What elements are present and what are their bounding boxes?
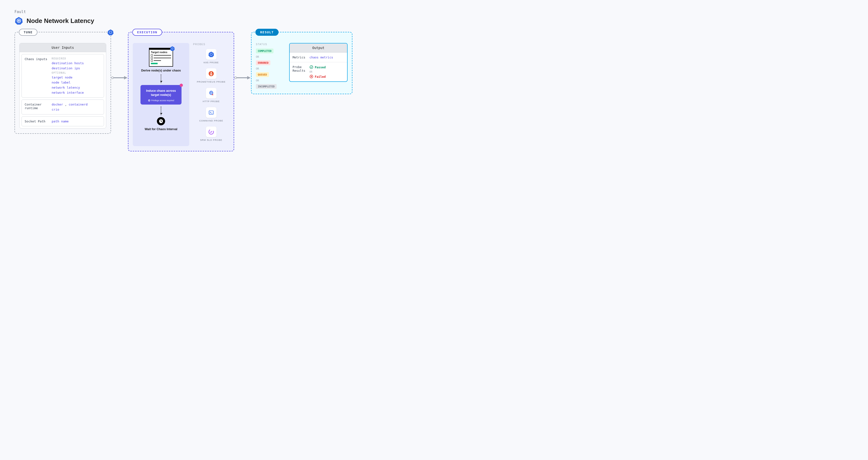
tune-phase: TUNE User Inputs Chaos inputs REQUIRED d… bbox=[14, 32, 111, 134]
probe-http: HTTP PROBE bbox=[193, 88, 229, 103]
svg-point-32 bbox=[310, 66, 313, 69]
probes-column: PROBES K8S PROBE PROMETHEUS PROBE HTTP P… bbox=[193, 43, 229, 146]
terminal-icon bbox=[206, 107, 217, 118]
clock-icon bbox=[157, 117, 165, 125]
output-title: Output bbox=[290, 43, 347, 52]
chaos-cube-icon bbox=[179, 83, 183, 87]
flow-connector bbox=[161, 106, 161, 115]
required-heading: REQUIRED bbox=[52, 57, 101, 60]
svg-marker-21 bbox=[209, 52, 214, 57]
param: network latency bbox=[52, 86, 101, 89]
probe-srm-slo: SRM SLO PROBE bbox=[193, 126, 229, 142]
execution-flow: Target nodes Derive node(s) under chaos … bbox=[133, 43, 189, 146]
svg-point-17 bbox=[149, 100, 150, 101]
derive-step: Derive node(s) under chaos bbox=[141, 68, 181, 72]
status-badge-errored: ERRORED bbox=[256, 60, 270, 65]
metrics-label: Metrics bbox=[292, 56, 309, 59]
page-title: Node Network Latency bbox=[27, 17, 94, 25]
svg-rect-27 bbox=[209, 111, 213, 115]
result-phase: RESULT STATUS COMPLETED OR ERRORED OR QU… bbox=[251, 32, 352, 94]
socket-path-row: Socket Path path name bbox=[22, 116, 104, 126]
or-separator: OR bbox=[256, 79, 285, 82]
flow-connector bbox=[161, 74, 161, 83]
svg-marker-13 bbox=[170, 46, 175, 51]
induce-step-text: Induce chaos across target node(s) bbox=[144, 89, 178, 97]
svg-marker-8 bbox=[107, 29, 114, 35]
induce-chaos-card: Induce chaos across target node(s) Privi… bbox=[141, 85, 182, 104]
flow-arrow bbox=[234, 75, 251, 80]
probe-result-failed: Failed bbox=[309, 74, 344, 79]
param: node label bbox=[52, 81, 101, 84]
panel-title: User Inputs bbox=[20, 43, 106, 52]
socket-path-value: path name bbox=[52, 120, 101, 123]
svg-point-29 bbox=[235, 77, 237, 79]
breadcrumb: Fault bbox=[14, 10, 854, 14]
or-separator: OR bbox=[256, 55, 285, 58]
execution-label: EXECUTION bbox=[132, 29, 162, 36]
tune-label: TUNE bbox=[19, 29, 37, 36]
target-nodes-card: Target nodes bbox=[149, 48, 173, 67]
result-label: RESULT bbox=[255, 29, 279, 36]
runtime-value: containerd bbox=[68, 103, 87, 106]
or-separator: OR bbox=[309, 70, 344, 73]
flow-arrow bbox=[111, 75, 128, 80]
wait-step: Wait for Chaos Interval bbox=[145, 127, 178, 131]
kubernetes-icon bbox=[107, 29, 114, 36]
status-badge-completed: COMPLETED bbox=[256, 49, 274, 53]
probe-result-passed: Passed bbox=[309, 65, 344, 69]
param: destination hosts bbox=[52, 61, 101, 65]
runtime-value: docker bbox=[52, 103, 63, 106]
check-circle-icon bbox=[309, 65, 313, 69]
x-circle-icon bbox=[309, 74, 313, 79]
probe-label: SRM SLO PROBE bbox=[200, 139, 222, 142]
chaos-inputs-row: Chaos inputs REQUIRED destination hosts … bbox=[22, 54, 104, 97]
optional-heading: OPTIONAL bbox=[52, 71, 101, 74]
runtime-value: crio bbox=[52, 108, 59, 111]
cell-label: Socket Path bbox=[25, 120, 49, 123]
param: target node bbox=[52, 75, 101, 79]
page-header: Fault Node Network Latency bbox=[14, 10, 854, 25]
svg-point-10 bbox=[112, 77, 114, 79]
kubernetes-icon bbox=[170, 46, 175, 51]
flow-diagram: TUNE User Inputs Chaos inputs REQUIRED d… bbox=[14, 32, 854, 151]
execution-phase: EXECUTION Target nodes Derive node(s) un… bbox=[128, 32, 234, 151]
kubernetes-icon bbox=[206, 49, 217, 60]
status-badge-incompleted: INCOMPLETED bbox=[256, 84, 277, 89]
shield-check-icon bbox=[206, 126, 217, 137]
user-inputs-panel: User Inputs Chaos inputs REQUIRED destin… bbox=[19, 43, 106, 128]
cell-label: Container runtime bbox=[25, 103, 49, 111]
probes-heading: PROBES bbox=[193, 43, 229, 45]
kubernetes-icon bbox=[14, 17, 23, 25]
svg-marker-31 bbox=[247, 76, 251, 80]
param: network interface bbox=[52, 91, 101, 94]
svg-marker-15 bbox=[180, 84, 183, 87]
metrics-value: chaos metrics bbox=[309, 56, 344, 59]
container-runtime-row: Container runtime docker , containerd cr… bbox=[22, 99, 104, 115]
prometheus-icon bbox=[206, 68, 217, 79]
probe-k8s: K8S PROBE bbox=[193, 49, 229, 64]
output-panel: Output Metrics chaos metrics Probe Resul… bbox=[289, 43, 348, 82]
privilege-note: Privilege access required bbox=[151, 99, 174, 102]
probe-label: PROMETHEUS PROBE bbox=[197, 81, 226, 83]
target-card-title: Target nodes bbox=[151, 51, 171, 54]
probe-label: HTTP PROBE bbox=[203, 100, 220, 103]
cell-label: Chaos inputs bbox=[25, 57, 49, 94]
probe-label: COMMAND PROBE bbox=[199, 119, 223, 122]
probe-command: COMMAND PROBE bbox=[193, 107, 229, 122]
status-column: STATUS COMPLETED OR ERRORED OR QUEUED OR… bbox=[256, 43, 285, 89]
probe-results-label: Probe Results bbox=[292, 65, 309, 79]
svg-marker-12 bbox=[124, 76, 127, 80]
status-heading: STATUS bbox=[256, 43, 285, 45]
probe-prometheus: PROMETHEUS PROBE bbox=[193, 68, 229, 83]
globe-icon bbox=[206, 88, 217, 98]
param: destination ips bbox=[52, 66, 101, 70]
probe-label: K8S PROBE bbox=[204, 61, 219, 64]
status-badge-queued: QUEUED bbox=[256, 72, 269, 77]
or-separator: OR bbox=[256, 67, 285, 70]
